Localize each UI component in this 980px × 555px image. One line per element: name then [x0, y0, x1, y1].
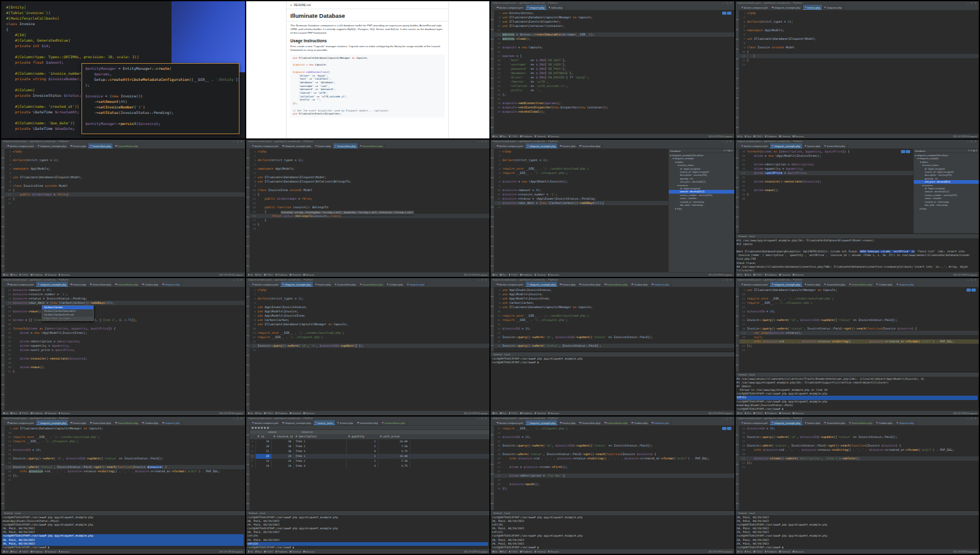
editor-tab[interactable]: eloquent_example.php [770, 5, 802, 10]
editor-tab[interactable]: Invoice.php [803, 420, 823, 425]
grid-row[interactable]: 42229Item 1110.00 [250, 454, 490, 459]
editor-tab[interactable]: Invoice.php [314, 282, 333, 287]
toolwindow-button-problems[interactable]: Problems [765, 551, 777, 553]
window-controls[interactable]: — ▢ ✕ [967, 279, 977, 281]
grid-row[interactable]: 62429Item 343.75 [250, 464, 490, 469]
toolwindow-button-terminal[interactable]: Terminal [45, 551, 56, 553]
editor-tab[interactable]: InvoiceStatus.php [848, 282, 875, 287]
toolwindow-button-terminal[interactable]: Terminal [779, 412, 790, 415]
toolwindow-button-run[interactable]: Run [255, 274, 262, 276]
toolwindow-button-terminal[interactable]: Terminal [290, 412, 301, 415]
code-editor[interactable]: 9use Illuminate\Database\Capsule\Manager… [5, 426, 245, 510]
toolwindow-button-git[interactable]: Git [248, 551, 253, 553]
editor-tab[interactable]: invoice_items [314, 420, 336, 425]
database-panel-toolbar[interactable]: ⟳ ✛ ▤ ⚙ [723, 149, 733, 152]
code-editor[interactable]: 1<?php2 3declare(strict_types = 1);4 5us… [250, 287, 490, 410]
grid-cell[interactable]: 20 [256, 444, 272, 449]
window-controls[interactable]: — ▢ ✕ [233, 279, 243, 281]
grid-cell[interactable]: 23 [256, 459, 272, 464]
editor-tab[interactable]: InvoiceStatus.php [113, 143, 140, 148]
grid-cell[interactable]: 1 [347, 454, 379, 459]
toolwindow-button-git[interactable]: Git [737, 135, 742, 138]
window-controls[interactable]: — ▢ ✕ [722, 417, 733, 420]
window-controls[interactable]: — ▢ ✕ [477, 417, 488, 420]
editor-tab[interactable]: Invoice.php [558, 420, 578, 425]
window-controls[interactable]: — ▢ ✕ [722, 140, 733, 143]
terminal-output[interactable]: 28, Paid, 04/19/202229, Paid, 04/19/2022… [736, 515, 979, 549]
database-tree[interactable]: ▸ eloquent_example@localhost▾ eloquent_e… [914, 153, 979, 233]
toolwindow-button-terminal[interactable]: Terminal [535, 135, 546, 138]
editor-tab[interactable]: InvoiceItem.php [333, 282, 358, 287]
terminal-tab[interactable]: Local [504, 353, 510, 356]
editor-tab[interactable]: eloquent_example.php [36, 420, 69, 425]
orderby-filter[interactable]: ORDER BY [301, 431, 314, 434]
editor-tab[interactable]: InvoiceItem.php [823, 420, 848, 425]
terminal-tab[interactable]: Local [749, 235, 755, 238]
grid-cell[interactable]: 7.50 [379, 444, 410, 449]
toolwindow-button-run[interactable]: Run [745, 135, 751, 138]
editor-tab[interactable]: InvoiceStatus.php [113, 282, 140, 287]
toolwindow-button-services[interactable]: Services [548, 135, 559, 138]
editor-tab[interactable]: eloquent_example.php [770, 282, 802, 287]
toolwindow-button-git[interactable]: Git [492, 551, 497, 553]
window-controls[interactable]: — ▢ ✕ [233, 417, 243, 420]
toolwindow-button-services[interactable]: Services [59, 412, 70, 415]
grid-cell[interactable]: Item 2 [294, 444, 347, 449]
toolwindow-button-git[interactable]: Git [248, 274, 253, 276]
toolwindow-button-terminal[interactable]: Terminal [45, 274, 56, 276]
toolwindow-button-terminal[interactable]: Terminal [779, 551, 790, 553]
terminal-output[interactable]: root@39753413f49f:/var/www# php app/eloq… [491, 515, 734, 549]
toolwindow-button-problems[interactable]: Problems [276, 274, 288, 276]
toolwindow-button-run[interactable]: Run [745, 274, 751, 276]
toolwindow-button-todo[interactable]: TODO [753, 551, 762, 553]
editor-tab[interactable]: Carbon.php [140, 420, 160, 425]
editor-float-widget[interactable] [967, 289, 976, 292]
editor-tab[interactable]: eloquent_example.php [281, 420, 313, 425]
grid-cell[interactable]: 29 [272, 454, 294, 459]
terminal-tab[interactable]: Terminal [493, 353, 502, 356]
toolwindow-button-run[interactable]: Run [255, 412, 262, 415]
grid-cell[interactable]: 7.50 [379, 459, 410, 464]
grid-cell[interactable]: 24 [256, 464, 272, 469]
editor-tab[interactable]: InvoiceStatus.php [358, 143, 385, 148]
grid-cell[interactable]: 22 [256, 454, 272, 459]
where-filter[interactable]: WHERE [268, 431, 277, 434]
editor-tab[interactable]: InvoiceStatus.php [603, 282, 630, 287]
window-controls[interactable]: — ▢ ✕ [477, 279, 488, 281]
toolwindow-button-todo[interactable]: TODO [753, 274, 762, 276]
grid-cell[interactable]: 28 [272, 439, 294, 444]
editor-tab[interactable]: docker-compose.yml [495, 143, 526, 148]
editor-tab[interactable]: Carbon.php [630, 282, 650, 287]
grid-row[interactable]: 32128Item 343.75 [250, 449, 490, 454]
toolwindow-button-services[interactable]: Services [303, 551, 314, 553]
window-controls[interactable]: — ▢ ✕ [722, 279, 733, 281]
terminal-tab[interactable]: Local [260, 512, 265, 515]
editor-tab[interactable]: InvoiceItem.php [578, 420, 603, 425]
grid-cell[interactable]: 4 [347, 464, 379, 469]
toolwindow-button-problems[interactable]: Problems [765, 135, 777, 138]
toolwindow-button-git[interactable]: Git [3, 274, 8, 276]
toolwindow-button-todo[interactable]: TODO [264, 412, 273, 415]
toolwindow-button-problems[interactable]: Problems [276, 412, 288, 415]
grid-cell[interactable]: Item 3 [294, 464, 347, 469]
toolwindow-button-todo[interactable]: TODO [753, 412, 762, 415]
toolwindow-button-run[interactable]: Run [500, 135, 506, 138]
editor-tab[interactable]: docker-compose.yml [740, 143, 771, 148]
grid-toolbar-icon[interactable] [252, 427, 254, 429]
grid-cell[interactable]: 21 [256, 449, 272, 454]
toolwindow-button-run[interactable]: Run [255, 551, 262, 553]
editor-tab[interactable]: eloquent.php [526, 5, 547, 10]
editor-tab[interactable]: InvoiceStatus.php [603, 420, 630, 425]
grid-cell[interactable]: 2 [347, 444, 379, 449]
terminal-output[interactable]: root@39753413f49f:/var/www# php app/eloq… [491, 357, 734, 410]
terminal-output[interactable]: root@39753413f49f:/var/www# php app/eloq… [246, 515, 490, 549]
editor-tab[interactable]: Invoice.php [803, 282, 823, 287]
code-editor[interactable]: 1<?php2 3declare(strict_types = 1);4 5re… [494, 149, 668, 272]
toolwindow-button-run[interactable]: Run [745, 412, 751, 415]
toolwindow-button-services[interactable]: Services [548, 551, 559, 553]
toolwindow-button-terminal[interactable]: Terminal [535, 412, 546, 415]
toolwindow-button-services[interactable]: Services [303, 274, 314, 276]
editor-tab[interactable]: eloquent.php [650, 420, 671, 425]
terminal-tab[interactable]: Terminal [249, 512, 257, 515]
grid-table[interactable]: # id# invoice_id# description# quantity#… [250, 434, 490, 469]
